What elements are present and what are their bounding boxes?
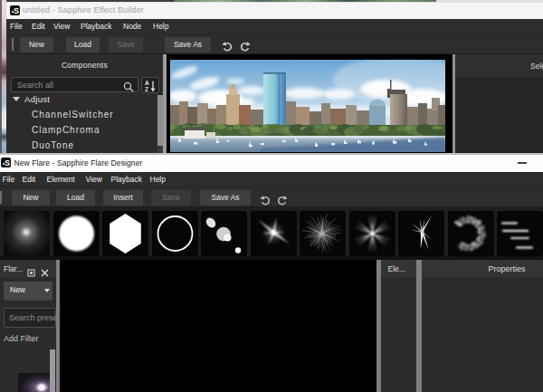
- svg-text:A: A: [145, 80, 149, 86]
- svg-text:Z: Z: [145, 86, 148, 92]
